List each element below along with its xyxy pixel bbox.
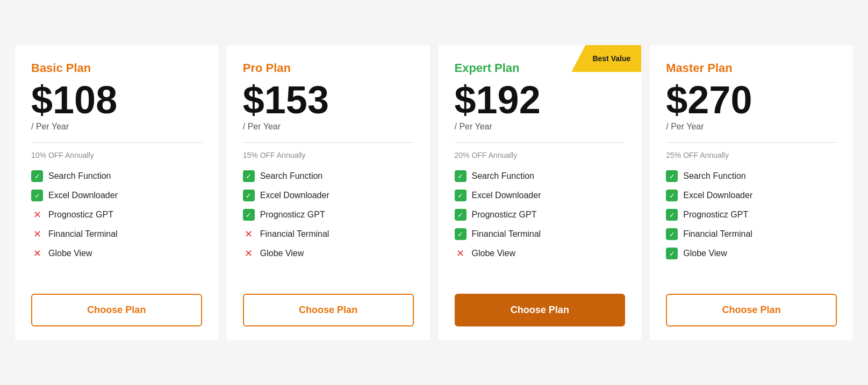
choose-plan-button[interactable]: Choose Plan <box>455 294 626 326</box>
plan-period: / Per Year <box>243 122 414 132</box>
feature-list: ✓ Search Function ✓ Excel Downloader ✓ P… <box>455 170 626 267</box>
feature-label: Globe View <box>260 249 304 258</box>
plan-button-wrapper: Choose Plan <box>243 283 414 340</box>
plan-period: / Per Year <box>455 122 626 132</box>
feature-label: Prognosticz GPT <box>260 210 325 220</box>
feature-item: ✕ Globe View <box>455 248 626 259</box>
feature-item: ✓ Search Function <box>243 170 414 182</box>
choose-plan-button[interactable]: Choose Plan <box>666 294 837 326</box>
plan-divider <box>243 142 414 143</box>
best-value-badge: Best Value <box>571 45 641 72</box>
feature-label: Globe View <box>683 249 727 258</box>
feature-item: ✕ Financial Terminal <box>243 228 414 240</box>
check-icon: ✓ <box>243 170 255 182</box>
check-icon: ✓ <box>666 209 678 221</box>
feature-label: Search Function <box>683 171 746 181</box>
plan-card-pro: Pro Plan $153 / Per Year 15% OFF Annuall… <box>227 45 430 340</box>
check-icon: ✓ <box>666 190 678 201</box>
feature-label: Excel Downloader <box>472 191 541 200</box>
feature-item: ✕ Globe View <box>31 248 202 259</box>
plan-button-wrapper: Choose Plan <box>31 283 202 340</box>
feature-item: ✓ Excel Downloader <box>31 190 202 201</box>
plan-discount: 25% OFF Annually <box>666 151 837 159</box>
cross-icon: ✕ <box>243 248 255 259</box>
plan-card-master: Master Plan $270 / Per Year 25% OFF Annu… <box>650 45 853 340</box>
plan-button-wrapper: Choose Plan <box>455 283 626 340</box>
pricing-container: Basic Plan $108 / Per Year 10% OFF Annua… <box>11 45 857 340</box>
feature-label: Search Function <box>260 171 323 181</box>
feature-item: ✕ Financial Terminal <box>31 228 202 240</box>
feature-item: ✓ Financial Terminal <box>455 228 626 240</box>
feature-label: Search Function <box>48 171 111 181</box>
plan-button-wrapper: Choose Plan <box>666 283 837 340</box>
plan-card-basic: Basic Plan $108 / Per Year 10% OFF Annua… <box>15 45 218 340</box>
plan-name: Basic Plan <box>31 61 202 75</box>
feature-item: ✓ Excel Downloader <box>666 190 837 201</box>
feature-item: ✕ Prognosticz GPT <box>31 209 202 221</box>
check-icon: ✓ <box>455 190 467 201</box>
feature-item: ✓ Excel Downloader <box>455 190 626 201</box>
cross-icon: ✕ <box>455 248 467 259</box>
check-icon: ✓ <box>666 248 678 259</box>
feature-item: ✓ Search Function <box>455 170 626 182</box>
plan-divider <box>31 142 202 143</box>
feature-label: Excel Downloader <box>260 191 329 200</box>
feature-label: Prognosticz GPT <box>48 210 113 220</box>
plan-divider <box>666 142 837 143</box>
plan-price: $192 <box>455 81 626 119</box>
choose-plan-button[interactable]: Choose Plan <box>31 294 202 326</box>
feature-label: Financial Terminal <box>472 229 541 239</box>
feature-item: ✓ Search Function <box>31 170 202 182</box>
feature-item: ✓ Prognosticz GPT <box>455 209 626 221</box>
plan-price: $153 <box>243 81 414 119</box>
feature-item: ✓ Search Function <box>666 170 837 182</box>
feature-item: ✓ Globe View <box>666 248 837 259</box>
cross-icon: ✕ <box>243 228 255 240</box>
feature-list: ✓ Search Function ✓ Excel Downloader ✓ P… <box>666 170 837 267</box>
check-icon: ✓ <box>666 170 678 182</box>
plan-divider <box>455 142 626 143</box>
check-icon: ✓ <box>455 228 467 240</box>
check-icon: ✓ <box>455 170 467 182</box>
feature-label: Search Function <box>472 171 535 181</box>
choose-plan-button[interactable]: Choose Plan <box>243 294 414 326</box>
feature-list: ✓ Search Function ✓ Excel Downloader ✕ P… <box>31 170 202 267</box>
feature-label: Excel Downloader <box>683 191 752 200</box>
plan-name: Master Plan <box>666 61 837 75</box>
check-icon: ✓ <box>455 209 467 221</box>
feature-item: ✓ Excel Downloader <box>243 190 414 201</box>
feature-label: Excel Downloader <box>48 191 118 200</box>
plan-price: $108 <box>31 81 202 119</box>
feature-label: Prognosticz GPT <box>683 210 748 220</box>
feature-item: ✓ Prognosticz GPT <box>666 209 837 221</box>
feature-label: Globe View <box>472 249 516 258</box>
check-icon: ✓ <box>31 170 43 182</box>
plan-price: $270 <box>666 81 837 119</box>
check-icon: ✓ <box>243 209 255 221</box>
check-icon: ✓ <box>666 228 678 240</box>
cross-icon: ✕ <box>31 248 43 259</box>
feature-label: Financial Terminal <box>683 229 752 239</box>
feature-label: Financial Terminal <box>48 229 118 239</box>
feature-item: ✓ Prognosticz GPT <box>243 209 414 221</box>
plan-period: / Per Year <box>666 122 837 132</box>
plan-discount: 15% OFF Annually <box>243 151 414 159</box>
feature-label: Prognosticz GPT <box>472 210 537 220</box>
check-icon: ✓ <box>31 190 43 201</box>
feature-list: ✓ Search Function ✓ Excel Downloader ✓ P… <box>243 170 414 267</box>
plan-discount: 10% OFF Annually <box>31 151 202 159</box>
plan-period: / Per Year <box>31 122 202 132</box>
cross-icon: ✕ <box>31 209 43 221</box>
plan-card-expert: Best Value Expert Plan $192 / Per Year 2… <box>439 45 642 340</box>
plan-discount: 20% OFF Annually <box>455 151 626 159</box>
plan-name: Pro Plan <box>243 61 414 75</box>
check-icon: ✓ <box>243 190 255 201</box>
feature-label: Financial Terminal <box>260 229 329 239</box>
feature-item: ✕ Globe View <box>243 248 414 259</box>
feature-label: Globe View <box>48 249 92 258</box>
feature-item: ✓ Financial Terminal <box>666 228 837 240</box>
cross-icon: ✕ <box>31 228 43 240</box>
